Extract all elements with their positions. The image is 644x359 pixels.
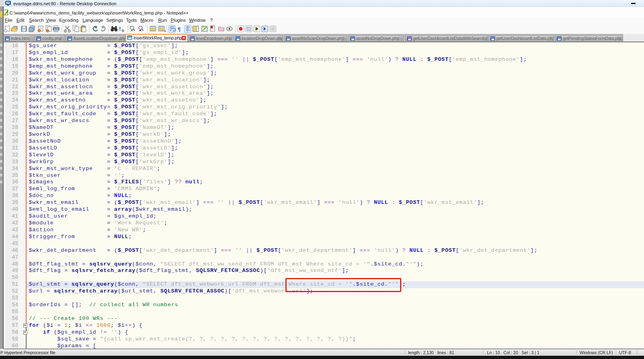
svg-text:b: b [122, 29, 124, 33]
svg-text:a: a [119, 26, 121, 30]
svg-text:¶: ¶ [178, 26, 181, 33]
